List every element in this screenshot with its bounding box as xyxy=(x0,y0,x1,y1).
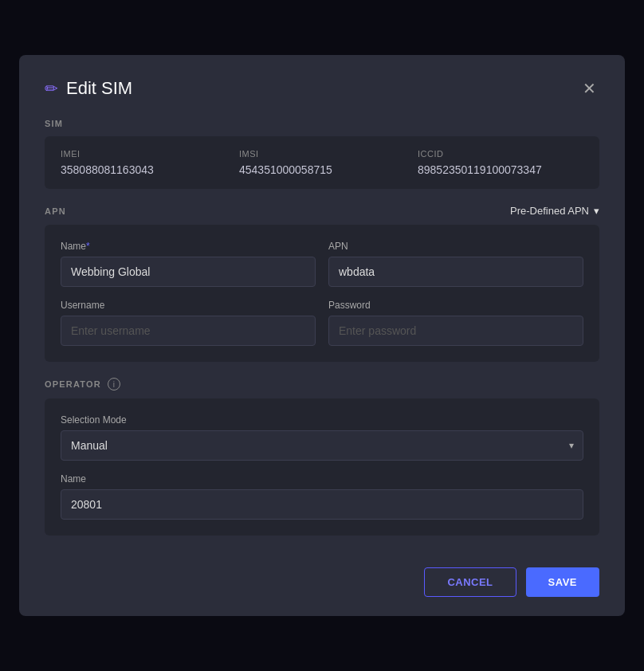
close-icon: ✕ xyxy=(583,80,596,97)
sim-section-label: SIM xyxy=(45,119,599,128)
operator-selection-mode-label: Selection Mode xyxy=(61,414,583,426)
operator-selection-mode-wrapper: Manual Automatic ▾ xyxy=(61,430,583,461)
apn-username-group: Username xyxy=(61,300,316,346)
apn-password-group: Password xyxy=(328,300,583,346)
required-star: * xyxy=(86,241,90,252)
apn-value-label: APN xyxy=(328,241,583,252)
modal-header: ✏ Edit SIM ✕ xyxy=(45,77,599,100)
operator-section-header: OPERATOR i xyxy=(45,378,599,390)
operator-name-group: Name xyxy=(61,473,583,520)
apn-form-row-1: Name* APN xyxy=(61,241,583,287)
chevron-down-icon: ▾ xyxy=(594,205,599,217)
sim-imsi-value: 454351000058715 xyxy=(239,163,405,176)
apn-card: Name* APN Username Password xyxy=(45,225,599,362)
apn-section: APN Pre-Defined APN ▾ Name* APN xyxy=(45,205,599,362)
apn-value-group: APN xyxy=(328,241,583,287)
operator-name-input[interactable] xyxy=(61,489,583,520)
sim-section: SIM IMEI 358088081163043 IMSI 4543510000… xyxy=(45,119,599,189)
close-button[interactable]: ✕ xyxy=(579,77,599,100)
sim-iccid-value: 89852350119100073347 xyxy=(418,163,583,176)
apn-name-label: Name* xyxy=(61,241,316,252)
modal-title-text: Edit SIM xyxy=(66,78,132,99)
apn-name-group: Name* xyxy=(61,241,316,287)
info-icon: i xyxy=(108,378,120,390)
operator-selection-mode-group: Selection Mode Manual Automatic ▾ xyxy=(61,414,583,461)
sim-imei-label: IMEI xyxy=(61,149,226,159)
sim-imsi-label: IMSI xyxy=(239,149,405,159)
operator-selection-mode-select[interactable]: Manual Automatic xyxy=(61,430,583,461)
edit-sim-modal: ✏ Edit SIM ✕ SIM IMEI 358088081163043 IM… xyxy=(19,55,625,616)
sim-card: IMEI 358088081163043 IMSI 45435100005871… xyxy=(45,136,599,189)
apn-section-header: APN Pre-Defined APN ▾ xyxy=(45,205,599,217)
apn-password-input[interactable] xyxy=(328,316,583,346)
operator-card: Selection Mode Manual Automatic ▾ Name xyxy=(45,398,599,536)
sim-iccid-field: ICCID 89852350119100073347 xyxy=(418,149,583,176)
modal-overlay: ✏ Edit SIM ✕ SIM IMEI 358088081163043 IM… xyxy=(0,0,644,671)
edit-icon: ✏ xyxy=(45,79,58,98)
operator-section-label: OPERATOR xyxy=(45,379,101,389)
operator-name-label: Name xyxy=(61,473,583,485)
apn-dropdown-label: Pre-Defined APN xyxy=(510,205,589,217)
apn-name-input[interactable] xyxy=(61,257,316,287)
cancel-button[interactable]: CANCEL xyxy=(424,567,516,597)
sim-imei-value: 358088081163043 xyxy=(61,163,226,176)
apn-form-row-2: Username Password xyxy=(61,300,583,346)
apn-predefined-dropdown[interactable]: Pre-Defined APN ▾ xyxy=(510,205,599,217)
sim-iccid-label: ICCID xyxy=(418,149,583,159)
modal-footer: CANCEL SAVE xyxy=(45,555,599,597)
apn-section-label: APN xyxy=(45,206,66,216)
apn-username-input[interactable] xyxy=(61,316,316,346)
save-button[interactable]: SAVE xyxy=(526,567,599,597)
sim-imei-field: IMEI 358088081163043 xyxy=(61,149,226,176)
modal-title: ✏ Edit SIM xyxy=(45,78,132,99)
apn-password-label: Password xyxy=(328,300,583,311)
apn-value-input[interactable] xyxy=(328,257,583,287)
operator-section: OPERATOR i Selection Mode Manual Automat… xyxy=(45,378,599,536)
sim-imsi-field: IMSI 454351000058715 xyxy=(239,149,405,176)
apn-username-label: Username xyxy=(61,300,316,311)
